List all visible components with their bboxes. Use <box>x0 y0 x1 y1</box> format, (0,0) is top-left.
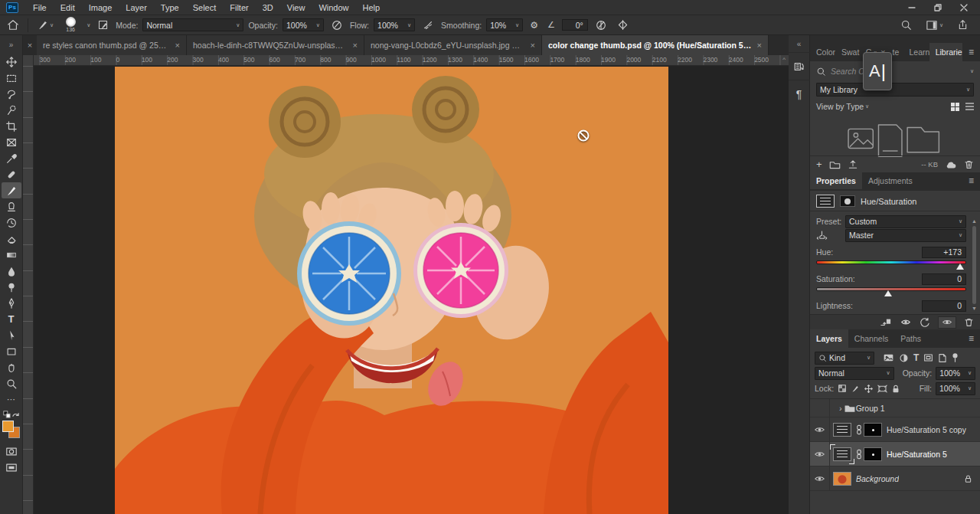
tool-eyedropper[interactable] <box>2 150 21 166</box>
lock-position-icon[interactable] <box>864 384 874 394</box>
tool-spot-healing[interactable] <box>2 166 21 182</box>
home-button[interactable] <box>5 18 21 33</box>
layer-row-huesat-selected[interactable]: Hue/Saturation 5 <box>810 442 980 467</box>
lock-transparency-icon[interactable] <box>838 384 847 393</box>
screen-mode-icon[interactable] <box>2 460 21 476</box>
tool-quick-selection[interactable] <box>2 102 21 118</box>
adjustment-layer-thumbnail-targeted[interactable] <box>833 447 851 461</box>
saturation-value-field[interactable]: 0 <box>922 273 966 285</box>
airbrush-icon[interactable] <box>420 18 436 33</box>
layer-row-background[interactable]: Background <box>810 467 980 491</box>
fill-select[interactable]: 100%∨ <box>936 382 975 395</box>
swap-colors-icon[interactable] <box>11 411 20 418</box>
group-expand-chevron-icon[interactable]: › <box>839 404 842 413</box>
pasteboard[interactable] <box>34 66 789 514</box>
tab-learn[interactable]: Learn <box>903 43 929 61</box>
brush-tool-preset[interactable]: ∨ <box>34 18 56 33</box>
menu-window[interactable]: Window <box>312 0 355 15</box>
layer-mask-icon[interactable] <box>840 195 855 207</box>
paragraph-panel-icon[interactable]: ¶ <box>789 80 810 107</box>
opacity-select[interactable]: 100%∨ <box>283 18 324 31</box>
menu-view[interactable]: View <box>280 0 312 15</box>
view-by-type-dropdown[interactable]: View by Type <box>816 102 864 111</box>
quick-mask-icon[interactable] <box>2 444 21 460</box>
tool-move[interactable] <box>2 54 21 70</box>
filter-smart-objects-icon[interactable] <box>938 353 947 363</box>
doc-tab-2[interactable]: hoach-le-dinh-c8TWWQ5ZnUw-unsplash.jpg× <box>187 35 364 55</box>
hue-slider[interactable] <box>816 260 966 269</box>
filter-type-layers-icon[interactable]: T <box>913 352 919 363</box>
filter-pixel-layers-icon[interactable] <box>883 353 894 362</box>
restore-button[interactable] <box>928 1 948 15</box>
tab-close-icon[interactable]: × <box>757 41 762 50</box>
targeted-adjustment-icon[interactable] <box>816 230 845 241</box>
delete-library-item-icon[interactable] <box>964 159 974 169</box>
layer-row-huesat-copy[interactable]: Hue/Saturation 5 copy <box>810 417 980 442</box>
vertical-ruler[interactable] <box>23 66 34 514</box>
channel-select[interactable]: Master∨ <box>845 229 966 242</box>
background-layer-thumbnail[interactable] <box>833 472 851 486</box>
hue-slider-handle[interactable] <box>956 264 964 270</box>
tab-layers[interactable]: Layers <box>810 329 848 348</box>
layer-mask-thumbnail[interactable] <box>864 423 882 437</box>
menu-3d[interactable]: 3D <box>256 0 280 15</box>
visibility-toggle[interactable] <box>810 467 830 490</box>
foreground-color-swatch[interactable] <box>2 421 14 432</box>
tool-zoom[interactable] <box>2 375 21 391</box>
tab-libraries[interactable]: Libraries <box>929 43 962 61</box>
menu-help[interactable]: Help <box>356 0 387 15</box>
layer-mask-thumbnail[interactable] <box>864 447 882 461</box>
smoothing-options-gear-icon[interactable]: ⚙ <box>528 18 541 33</box>
saturation-slider[interactable] <box>816 286 966 296</box>
smoothing-select[interactable]: 10%∨ <box>486 18 523 31</box>
flow-select[interactable]: 100%∨ <box>374 18 415 31</box>
tool-gradient[interactable] <box>2 247 21 263</box>
tab-channels[interactable]: Channels <box>848 329 894 348</box>
tool-rectangle-shape[interactable] <box>2 343 21 359</box>
color-swatches[interactable] <box>2 421 21 440</box>
filter-toggle-icon[interactable] <box>952 352 959 363</box>
menu-file[interactable]: File <box>26 0 54 15</box>
hidden-tab-close-icon[interactable]: × <box>23 35 37 55</box>
list-view-icon[interactable] <box>965 103 974 110</box>
tab-swatches[interactable]: Swat <box>835 43 860 61</box>
tool-type[interactable]: T <box>2 311 21 327</box>
share-icon[interactable] <box>955 18 971 33</box>
visibility-toggle[interactable] <box>810 442 830 466</box>
visibility-toggle[interactable] <box>810 399 830 417</box>
tool-frame[interactable] <box>2 134 21 150</box>
lock-pixels-icon[interactable] <box>851 384 860 393</box>
doc-tab-4-active[interactable]: color change thumb.psd @ 100% (Hue/Satur… <box>542 35 769 55</box>
search-icon[interactable] <box>898 18 914 33</box>
background-lock-icon[interactable] <box>964 474 972 483</box>
tab-close-icon[interactable]: × <box>175 41 180 50</box>
close-button[interactable] <box>954 1 974 15</box>
cloud-sync-icon[interactable] <box>945 160 957 169</box>
toggle-visibility-icon[interactable] <box>938 316 956 329</box>
tool-path-selection[interactable] <box>2 327 21 343</box>
tab-close-icon[interactable]: × <box>353 41 358 50</box>
new-library-folder-icon[interactable] <box>829 160 841 169</box>
mode-select[interactable]: Normal∨ <box>142 18 243 31</box>
lock-artboard-icon[interactable] <box>877 385 887 393</box>
toolbar-expand-icon[interactable]: » <box>0 35 22 54</box>
menu-edit[interactable]: Edit <box>54 0 82 15</box>
toggle-brush-settings-button[interactable] <box>95 18 111 33</box>
tool-clone-stamp[interactable] <box>2 198 21 214</box>
hue-value-field[interactable]: +173 <box>922 247 966 258</box>
tool-crop[interactable] <box>2 118 21 134</box>
library-search-input[interactable]: Search Curre <box>831 67 969 76</box>
tab-paths[interactable]: Paths <box>894 329 927 348</box>
filter-shape-layers-icon[interactable] <box>923 353 933 362</box>
tool-history-brush[interactable] <box>2 214 21 231</box>
delete-adjustment-icon[interactable] <box>964 317 974 327</box>
grid-view-icon[interactable] <box>951 103 959 111</box>
adjustment-layer-thumbnail[interactable] <box>833 423 851 437</box>
clip-to-layer-icon[interactable] <box>880 317 892 328</box>
filter-adjustment-layers-icon[interactable] <box>899 353 909 363</box>
brush-angle-field[interactable]: 0° <box>562 19 588 31</box>
menu-image[interactable]: Image <box>82 0 119 15</box>
layer-row-group-1[interactable]: › Group 1 <box>810 399 980 417</box>
add-library-element-icon[interactable]: + <box>816 159 822 170</box>
history-panel-icon[interactable] <box>789 52 810 80</box>
